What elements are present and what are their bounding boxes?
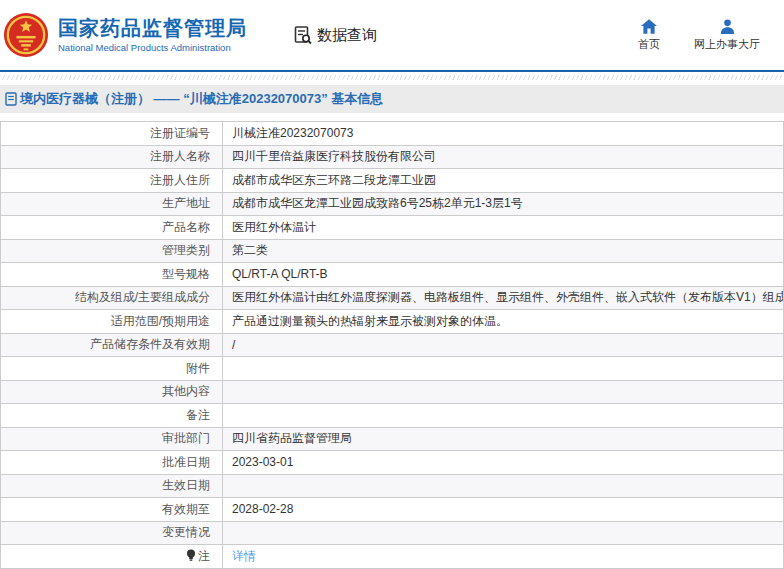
row-value-cell: / — [223, 333, 784, 357]
row-label-cell: 其他内容 — [1, 380, 223, 404]
table-row: 注册人住所成都市成华区东三环路二段龙潭工业园 — [1, 169, 784, 193]
row-label: 注 — [198, 549, 210, 563]
row-value: 产品通过测量额头的热辐射来显示被测对象的体温。 — [232, 314, 508, 328]
row-value-cell: 医用红外体温计由红外温度探测器、电路板组件、显示组件、外壳组件、嵌入式软件（发布… — [223, 286, 784, 310]
table-row: 适用范围/预期用途产品通过测量额头的热辐射来显示被测对象的体温。 — [1, 310, 784, 334]
registration-info-table: 注册证编号川械注准20232070073注册人名称四川千里倍益康医疗科技股份有限… — [0, 121, 784, 569]
row-label-cell: 注 — [1, 545, 223, 569]
row-label: 变更情况 — [162, 525, 210, 539]
header-right-nav: 首页 网上办事大厅 — [638, 19, 760, 52]
row-value: / — [232, 338, 235, 352]
row-label: 审批部门 — [162, 431, 210, 445]
row-label-cell: 附件 — [1, 357, 223, 381]
row-value: QL/RT-A QL/RT-B — [232, 267, 328, 281]
row-value-cell — [223, 357, 784, 381]
row-label: 型号规格 — [162, 267, 210, 281]
hatch-texture — [0, 75, 784, 80]
row-label: 管理类别 — [162, 243, 210, 257]
row-value: 2028-02-28 — [232, 502, 293, 516]
row-label-cell: 管理类别 — [1, 239, 223, 263]
row-value-cell: 成都市成华区东三环路二段龙潭工业园 — [223, 169, 784, 193]
row-label-cell: 生产地址 — [1, 192, 223, 216]
row-label-cell: 生效日期 — [1, 474, 223, 498]
table-row: 结构及组成/主要组成成分医用红外体温计由红外温度探测器、电路板组件、显示组件、外… — [1, 286, 784, 310]
table-row: 生效日期 — [1, 474, 784, 498]
data-query-nav[interactable]: 数据查询 — [293, 25, 377, 45]
document-search-icon — [293, 25, 313, 45]
row-label-cell: 结构及组成/主要组成成分 — [1, 286, 223, 310]
row-value-cell — [223, 404, 784, 428]
row-label-cell: 变更情况 — [1, 521, 223, 545]
row-value-cell: 四川千里倍益康医疗科技股份有限公司 — [223, 145, 784, 169]
row-value-cell: 产品通过测量额头的热辐射来显示被测对象的体温。 — [223, 310, 784, 334]
page-title: 境内医疗器械（注册） —— “川械注准20232070073” 基本信息 — [20, 90, 383, 108]
national-emblem-icon — [3, 12, 49, 58]
row-value: 医用红外体温计由红外温度探测器、电路板组件、显示组件、外壳组件、嵌入式软件（发布… — [232, 290, 784, 304]
row-label-cell: 有效期至 — [1, 498, 223, 522]
row-label: 结构及组成/主要组成成分 — [75, 290, 210, 304]
row-label-cell: 产品名称 — [1, 216, 223, 240]
agency-subtitle: National Medical Products Administration — [58, 42, 247, 53]
table-row: 生产地址成都市成华区龙潭工业园成致路6号25栋2单元1-3层1号 — [1, 192, 784, 216]
row-value-cell: 四川省药品监督管理局 — [223, 427, 784, 451]
row-value: 成都市成华区龙潭工业园成致路6号25栋2单元1-3层1号 — [232, 196, 523, 210]
table-row: 注详情 — [1, 545, 784, 569]
table-row: 其他内容 — [1, 380, 784, 404]
header-divider — [0, 70, 784, 72]
row-label-cell: 型号规格 — [1, 263, 223, 287]
table-row: 批准日期2023-03-01 — [1, 451, 784, 475]
row-label: 生效日期 — [162, 478, 210, 492]
row-value-cell: 医用红外体温计 — [223, 216, 784, 240]
row-label-cell: 注册人名称 — [1, 145, 223, 169]
row-label: 批准日期 — [162, 455, 210, 469]
row-value: 成都市成华区东三环路二段龙潭工业园 — [232, 173, 436, 187]
row-label-cell: 产品储存条件及有效期 — [1, 333, 223, 357]
site-header: 国家药品监督管理局 National Medical Products Admi… — [0, 0, 784, 70]
row-label: 注册人住所 — [150, 173, 210, 187]
bulb-icon — [186, 549, 196, 565]
row-value: 四川省药品监督管理局 — [232, 431, 352, 445]
row-value: 医用红外体温计 — [232, 220, 316, 234]
file-icon — [5, 92, 17, 106]
row-value-cell: QL/RT-A QL/RT-B — [223, 263, 784, 287]
table-row: 备注 — [1, 404, 784, 428]
table-row: 附件 — [1, 357, 784, 381]
row-label: 有效期至 — [162, 502, 210, 516]
table-row: 产品储存条件及有效期/ — [1, 333, 784, 357]
row-value-cell: 第二类 — [223, 239, 784, 263]
row-value-cell: 2028-02-28 — [223, 498, 784, 522]
table-row: 审批部门四川省药品监督管理局 — [1, 427, 784, 451]
breadcrumb: 境内医疗器械（注册） —— “川械注准20232070073” 基本信息 — [0, 85, 784, 113]
row-label-cell: 注册证编号 — [1, 122, 223, 146]
table-row: 注册证编号川械注准20232070073 — [1, 122, 784, 146]
nav-home[interactable]: 首页 — [638, 19, 660, 52]
agency-titles: 国家药品监督管理局 National Medical Products Admi… — [58, 17, 247, 53]
row-label: 产品名称 — [162, 220, 210, 234]
row-value: 四川千里倍益康医疗科技股份有限公司 — [232, 149, 436, 163]
table-row: 变更情况 — [1, 521, 784, 545]
detail-link[interactable]: 详情 — [232, 549, 256, 563]
row-label: 注册证编号 — [150, 126, 210, 140]
row-value-cell: 2023-03-01 — [223, 451, 784, 475]
row-value-cell: 成都市成华区龙潭工业园成致路6号25栋2单元1-3层1号 — [223, 192, 784, 216]
row-value: 川械注准20232070073 — [232, 126, 353, 140]
row-label: 产品储存条件及有效期 — [90, 337, 210, 351]
home-icon — [641, 19, 657, 34]
row-value-cell — [223, 474, 784, 498]
row-label: 备注 — [186, 408, 210, 422]
row-label-cell: 适用范围/预期用途 — [1, 310, 223, 334]
row-value: 2023-03-01 — [232, 455, 293, 469]
table-row: 管理类别第二类 — [1, 239, 784, 263]
agency-title: 国家药品监督管理局 — [58, 17, 247, 40]
row-value-cell — [223, 521, 784, 545]
row-label: 注册人名称 — [150, 149, 210, 163]
row-label: 适用范围/预期用途 — [111, 314, 210, 328]
nav-online-hall[interactable]: 网上办事大厅 — [694, 19, 760, 52]
row-value-cell: 川械注准20232070073 — [223, 122, 784, 146]
person-icon — [720, 19, 735, 34]
row-label-cell: 批准日期 — [1, 451, 223, 475]
row-label: 附件 — [186, 361, 210, 375]
row-label: 生产地址 — [162, 196, 210, 210]
agency-logo[interactable]: 国家药品监督管理局 National Medical Products Admi… — [3, 12, 247, 58]
data-query-label: 数据查询 — [317, 26, 377, 45]
